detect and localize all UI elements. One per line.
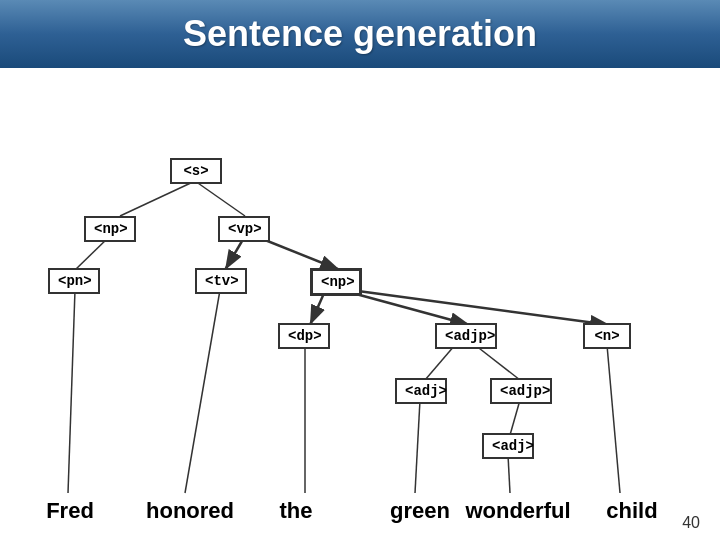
svg-line-8 [425, 345, 455, 380]
leaf-wonderful: wonderful [458, 498, 578, 524]
leaf-green: green [380, 498, 460, 524]
leaf-the: the [256, 498, 336, 524]
header: Sentence generation [0, 0, 720, 68]
node-dp: <dp> [278, 323, 330, 349]
node-np1: <np> [84, 216, 136, 242]
node-pn: <pn> [48, 268, 100, 294]
svg-line-12 [185, 290, 220, 493]
svg-line-9 [475, 345, 520, 380]
page-number: 40 [682, 514, 700, 532]
node-n: <n> [583, 323, 631, 349]
node-np2: <np> [310, 268, 362, 296]
leaf-child: child [592, 498, 672, 524]
leaf-fred: Fred [30, 498, 110, 524]
svg-line-10 [510, 400, 520, 435]
svg-line-11 [68, 290, 75, 493]
svg-line-1 [195, 181, 245, 216]
tree-svg [0, 68, 720, 540]
leaf-honored: honored [130, 498, 250, 524]
node-adjp1: <adjp> [435, 323, 497, 349]
header-title: Sentence generation [183, 13, 537, 55]
svg-line-6 [345, 291, 470, 325]
svg-line-14 [415, 400, 420, 493]
node-tv: <tv> [195, 268, 247, 294]
main-content: <s> <np> <vp> <pn> <tv> <np> <dp> <adjp>… [0, 68, 720, 540]
svg-line-0 [120, 181, 195, 216]
node-vp: <vp> [218, 216, 270, 242]
svg-line-5 [310, 291, 325, 325]
node-s: <s> [170, 158, 222, 184]
svg-line-16 [607, 345, 620, 493]
svg-line-15 [508, 455, 510, 493]
node-adj2: <adj> [482, 433, 534, 459]
node-adj1: <adj> [395, 378, 447, 404]
svg-line-7 [358, 291, 610, 325]
node-adjp2: <adjp> [490, 378, 552, 404]
